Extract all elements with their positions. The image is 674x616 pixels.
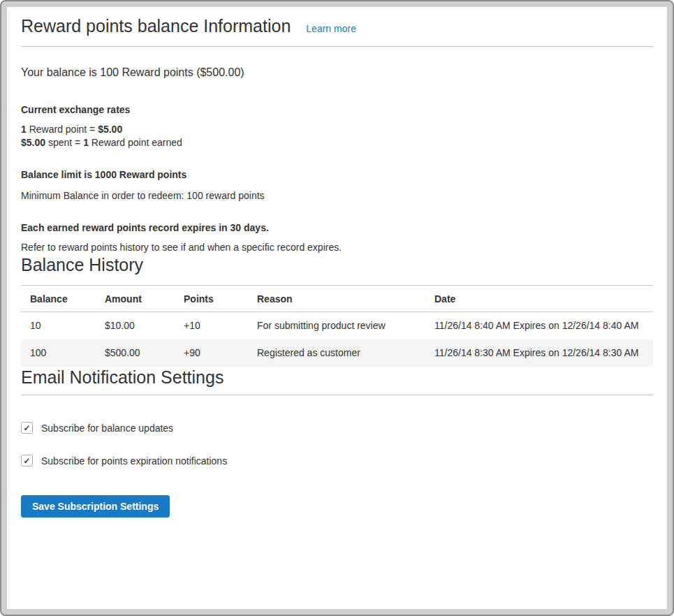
subscribe-expiration-checkbox[interactable]	[21, 455, 33, 467]
expiry-text: Each earned reward points record expires…	[21, 221, 653, 235]
rate-earn-money: $5.00	[98, 124, 122, 135]
balance-summary: Your balance is 100 Reward points ($500.…	[21, 65, 653, 80]
cell-reason: Registered as customer	[248, 339, 425, 367]
reward-points-panel: Reward points balance Information Learn …	[7, 7, 667, 609]
column-header-points: Points	[175, 286, 248, 312]
page-title: Reward points balance Information	[21, 15, 291, 36]
cell-points: +90	[175, 339, 248, 367]
subscribe-balance-row[interactable]: Subscribe for balance updates	[21, 422, 653, 434]
email-settings-title: Email Notification Settings	[21, 367, 653, 395]
rate-spend-line: $5.00 spent = 1 Reward point earned	[21, 137, 182, 148]
balance-history-title: Balance History	[21, 254, 653, 286]
min-balance-text: Minimum Balance in order to redeem: 100 …	[21, 189, 653, 203]
cell-balance: 100	[21, 339, 96, 367]
cell-points: +10	[175, 312, 248, 340]
cell-balance: 10	[21, 312, 96, 340]
balance-limit-text: Balance limit is 1000 Reward points	[21, 168, 653, 182]
rate-earn-line: 1 Reward point = $5.00	[21, 124, 122, 135]
table-row: 100 $500.00 +90 Registered as customer 1…	[21, 339, 653, 367]
cell-amount: $10.00	[96, 312, 175, 340]
table-row: 10 $10.00 +10 For submitting product rev…	[21, 312, 653, 340]
rate-spend-mid: spent =	[45, 137, 83, 148]
cell-date: 11/26/14 8:30 AM Expires on 12/26/14 8:3…	[425, 339, 653, 367]
table-header-row: Balance Amount Points Reason Date	[21, 286, 653, 312]
subscribe-expiration-label: Subscribe for points expiration notifica…	[41, 455, 227, 467]
rate-spend-points: 1	[83, 137, 89, 148]
rate-earn-points: 1	[21, 124, 27, 135]
subscribe-expiration-row[interactable]: Subscribe for points expiration notifica…	[21, 455, 653, 467]
save-subscription-button[interactable]: Save Subscription Settings	[21, 495, 170, 518]
exchange-rates-lines: 1 Reward point = $5.00 $5.00 spent = 1 R…	[21, 123, 653, 149]
expiry-note-text: Refer to reward points history to see if…	[21, 240, 653, 254]
subscribe-balance-checkbox[interactable]	[21, 422, 33, 434]
cell-reason: For submitting product review	[248, 312, 425, 340]
column-header-date: Date	[425, 286, 653, 312]
column-header-balance: Balance	[21, 286, 96, 312]
cell-amount: $500.00	[96, 339, 175, 367]
subscribe-balance-label: Subscribe for balance updates	[41, 423, 173, 434]
exchange-rates-heading: Current exchange rates	[21, 103, 653, 117]
page-header: Reward points balance Information Learn …	[21, 15, 653, 47]
page-background: Reward points balance Information Learn …	[0, 0, 674, 616]
learn-more-link[interactable]: Learn more	[306, 23, 356, 34]
rate-spend-money: $5.00	[21, 137, 45, 148]
column-header-amount: Amount	[96, 286, 175, 312]
column-header-reason: Reason	[248, 286, 425, 312]
rate-earn-mid: Reward point =	[27, 124, 98, 135]
cell-date: 11/26/14 8:40 AM Expires on 12/26/14 8:4…	[425, 312, 653, 340]
rate-spend-tail: Reward point earned	[89, 137, 182, 148]
balance-history-table: Balance Amount Points Reason Date 10 $10…	[21, 286, 653, 367]
